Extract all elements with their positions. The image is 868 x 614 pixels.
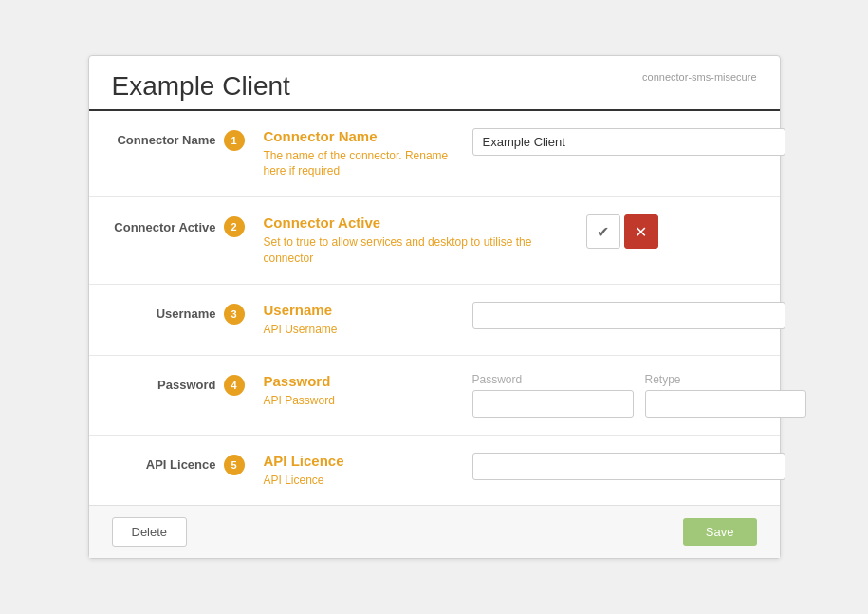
field-title-4: Password: [264, 373, 453, 389]
field-label-api-licence: API Licence API Licence: [264, 453, 453, 489]
username-input[interactable]: [472, 302, 785, 329]
toggle-x-button[interactable]: ✕: [624, 214, 658, 249]
main-card: Example Client connector-sms-misecure Co…: [88, 55, 781, 560]
side-label-connector-name: Connector Name 1: [112, 128, 245, 151]
field-desc-3: API Username: [264, 322, 453, 338]
field-row-connector-active: Connector Active 2 Connector Active Set …: [89, 197, 780, 285]
retype-col: Retype: [645, 373, 806, 418]
side-label-username: Username 3: [112, 302, 245, 325]
delete-button[interactable]: Delete: [112, 517, 188, 547]
field-label-connector-name: Connector Name The name of the connector…: [264, 128, 453, 180]
badge-1: 1: [224, 130, 245, 151]
field-input-connector-active: ✔ ✕: [586, 214, 757, 249]
field-desc-4: API Password: [264, 393, 453, 409]
side-label-api-licence: API Licence 5: [112, 453, 245, 475]
field-desc-2: Set to true to allow services and deskto…: [264, 234, 567, 267]
field-label-connector-active: Connector Active Set to true to allow se…: [264, 214, 567, 267]
field-label-username: Username API Username: [264, 302, 453, 338]
card-footer: Delete Save: [89, 505, 780, 558]
toggle-check-button[interactable]: ✔: [586, 214, 620, 249]
side-label-text-2: Connector Active: [112, 220, 216, 234]
field-row-api-licence: API Licence 5 API Licence API Licence: [89, 436, 780, 506]
field-input-password: Password Retype: [472, 373, 806, 418]
field-input-api-licence: [472, 453, 785, 480]
field-title-5: API Licence: [264, 453, 453, 469]
password-label: Password: [472, 373, 634, 386]
x-icon: ✕: [635, 223, 647, 241]
field-title-1: Connector Name: [264, 128, 453, 144]
side-label-connector-active: Connector Active 2: [112, 214, 245, 237]
field-row-username: Username 3 Username API Username: [89, 285, 780, 356]
connector-name-input[interactable]: [472, 128, 785, 156]
field-desc-1: The name of the connector. Rename here i…: [264, 148, 453, 180]
password-retype-input[interactable]: [645, 390, 806, 418]
field-input-username: [472, 302, 785, 329]
badge-5: 5: [224, 455, 245, 475]
card-header: Example Client connector-sms-misecure: [89, 56, 780, 111]
field-desc-5: API Licence: [264, 473, 453, 489]
card-body: Connector Name 1 Connector Name The name…: [89, 111, 780, 506]
field-row-connector-name: Connector Name 1 Connector Name The name…: [89, 111, 780, 198]
api-licence-input[interactable]: [472, 453, 785, 480]
check-icon: ✔: [597, 223, 609, 241]
password-input[interactable]: [472, 390, 634, 418]
retype-label: Retype: [645, 373, 806, 386]
side-label-text-5: API Licence: [112, 457, 216, 472]
field-input-connector-name: [472, 128, 785, 156]
badge-2: 2: [224, 216, 245, 237]
field-label-password: Password API Password: [264, 373, 453, 409]
side-label-text-1: Connector Name: [112, 133, 216, 147]
connector-id: connector-sms-misecure: [642, 71, 756, 83]
side-label-password: Password 4: [112, 373, 245, 396]
password-col: Password: [472, 373, 634, 418]
field-title-2: Connector Active: [264, 214, 567, 231]
field-title-3: Username: [264, 302, 453, 318]
badge-4: 4: [224, 375, 245, 396]
field-row-password: Password 4 Password API Password Passwor…: [89, 356, 780, 436]
side-label-text-3: Username: [112, 307, 216, 321]
password-row: Password Retype: [472, 373, 806, 418]
toggle-group: ✔ ✕: [586, 214, 757, 249]
side-label-text-4: Password: [112, 378, 216, 392]
badge-3: 3: [224, 304, 245, 325]
save-button[interactable]: Save: [683, 518, 757, 546]
